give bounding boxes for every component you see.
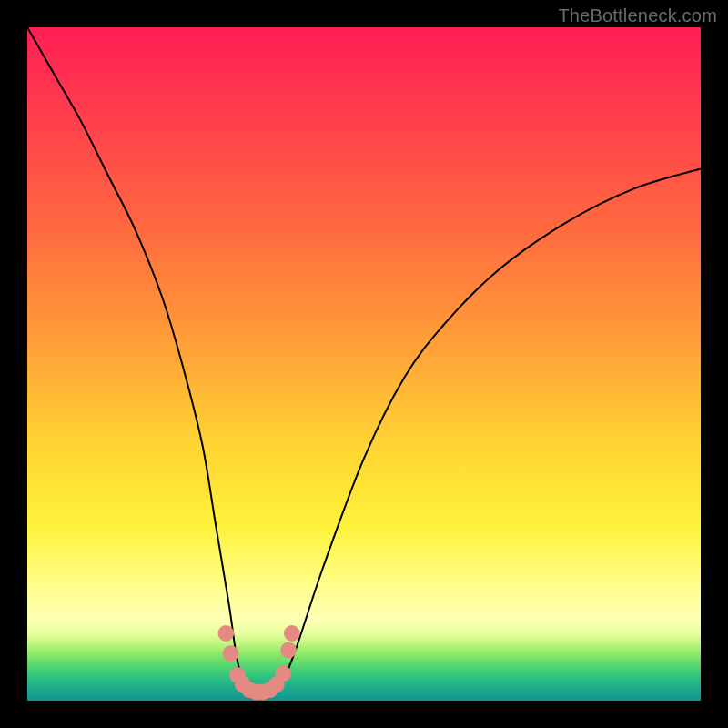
curve-marker	[217, 625, 234, 642]
curve-marker	[223, 645, 239, 662]
plot-area	[27, 27, 701, 701]
chart-frame: TheBottleneck.com	[0, 0, 728, 728]
curve-marker	[284, 625, 300, 642]
curve-marker	[275, 666, 291, 682]
curve-marker	[280, 642, 297, 659]
bottleneck-curve	[27, 27, 701, 701]
watermark-text: TheBottleneck.com	[558, 5, 717, 26]
curve-path	[27, 27, 701, 694]
